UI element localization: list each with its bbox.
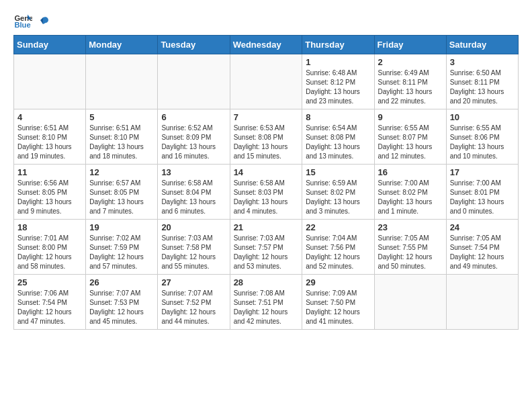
day-info: Sunrise: 7:07 AM Sunset: 7:52 PM Dayligh… [161, 289, 226, 326]
weekday-header: Monday [86, 36, 158, 54]
calendar-cell: 6Sunrise: 6:52 AM Sunset: 8:09 PM Daylig… [158, 109, 230, 165]
calendar-cell: 2Sunrise: 6:49 AM Sunset: 8:11 PM Daylig… [374, 54, 446, 109]
day-number: 11 [17, 167, 82, 177]
day-info: Sunrise: 7:03 AM Sunset: 7:58 PM Dayligh… [161, 234, 226, 271]
day-number: 19 [89, 222, 154, 232]
day-number: 8 [306, 112, 370, 122]
calendar-cell [14, 54, 86, 109]
day-info: Sunrise: 6:59 AM Sunset: 8:02 PM Dayligh… [306, 179, 370, 216]
day-number: 15 [306, 167, 370, 177]
day-number: 20 [161, 222, 226, 232]
day-number: 14 [234, 167, 299, 177]
day-info: Sunrise: 7:08 AM Sunset: 7:51 PM Dayligh… [234, 289, 299, 326]
calendar-week-row: 4Sunrise: 6:51 AM Sunset: 8:10 PM Daylig… [14, 109, 519, 165]
calendar-cell: 16Sunrise: 7:00 AM Sunset: 8:02 PM Dayli… [374, 165, 446, 220]
day-info: Sunrise: 7:03 AM Sunset: 7:57 PM Dayligh… [234, 234, 299, 271]
day-info: Sunrise: 7:04 AM Sunset: 7:56 PM Dayligh… [306, 234, 370, 271]
calendar-cell: 22Sunrise: 7:04 AM Sunset: 7:56 PM Dayli… [302, 220, 374, 275]
weekday-header: Wednesday [230, 36, 302, 54]
calendar-cell: 25Sunrise: 7:06 AM Sunset: 7:54 PM Dayli… [14, 275, 86, 330]
calendar-cell: 3Sunrise: 6:50 AM Sunset: 8:11 PM Daylig… [446, 54, 518, 109]
calendar-cell: 11Sunrise: 6:56 AM Sunset: 8:05 PM Dayli… [14, 165, 86, 220]
calendar-table: SundayMondayTuesdayWednesdayThursdayFrid… [13, 35, 519, 330]
day-number: 22 [306, 222, 370, 232]
day-info: Sunrise: 6:51 AM Sunset: 8:10 PM Dayligh… [17, 124, 82, 161]
calendar-cell: 10Sunrise: 6:55 AM Sunset: 8:06 PM Dayli… [446, 109, 518, 165]
day-info: Sunrise: 6:58 AM Sunset: 8:04 PM Dayligh… [161, 179, 226, 216]
logo: General Blue [13, 11, 50, 30]
day-number: 21 [234, 222, 299, 232]
day-info: Sunrise: 7:05 AM Sunset: 7:55 PM Dayligh… [378, 234, 443, 271]
calendar-cell: 5Sunrise: 6:51 AM Sunset: 8:10 PM Daylig… [86, 109, 158, 165]
calendar-cell [446, 275, 518, 330]
day-info: Sunrise: 7:06 AM Sunset: 7:54 PM Dayligh… [17, 289, 82, 326]
day-number: 4 [17, 112, 82, 122]
logo-icon: General Blue [13, 11, 32, 30]
day-number: 2 [378, 57, 443, 67]
day-info: Sunrise: 7:02 AM Sunset: 7:59 PM Dayligh… [89, 234, 154, 271]
day-number: 26 [89, 277, 154, 287]
day-number: 3 [450, 57, 515, 67]
day-number: 7 [234, 112, 299, 122]
calendar-cell [374, 275, 446, 330]
calendar-cell: 29Sunrise: 7:09 AM Sunset: 7:50 PM Dayli… [302, 275, 374, 330]
day-number: 23 [378, 222, 443, 232]
calendar-week-row: 11Sunrise: 6:56 AM Sunset: 8:05 PM Dayli… [14, 165, 519, 220]
day-info: Sunrise: 6:55 AM Sunset: 8:06 PM Dayligh… [450, 124, 515, 161]
svg-text:Blue: Blue [14, 21, 30, 29]
day-number: 9 [378, 112, 443, 122]
calendar-cell [86, 54, 158, 109]
day-info: Sunrise: 6:52 AM Sunset: 8:09 PM Dayligh… [161, 124, 226, 161]
calendar-header-row: SundayMondayTuesdayWednesdayThursdayFrid… [14, 36, 519, 54]
day-number: 28 [234, 277, 299, 287]
day-number: 18 [17, 222, 82, 232]
calendar-cell: 18Sunrise: 7:01 AM Sunset: 8:00 PM Dayli… [14, 220, 86, 275]
day-info: Sunrise: 7:00 AM Sunset: 8:02 PM Dayligh… [378, 179, 443, 216]
day-number: 29 [306, 277, 370, 287]
day-info: Sunrise: 7:07 AM Sunset: 7:53 PM Dayligh… [89, 289, 154, 326]
day-number: 25 [17, 277, 82, 287]
day-info: Sunrise: 6:48 AM Sunset: 8:12 PM Dayligh… [306, 68, 370, 106]
calendar-week-row: 1Sunrise: 6:48 AM Sunset: 8:12 PM Daylig… [14, 54, 519, 109]
calendar-week-row: 25Sunrise: 7:06 AM Sunset: 7:54 PM Dayli… [14, 275, 519, 330]
calendar-cell: 1Sunrise: 6:48 AM Sunset: 8:12 PM Daylig… [302, 54, 374, 109]
day-number: 1 [306, 57, 370, 67]
calendar-cell: 4Sunrise: 6:51 AM Sunset: 8:10 PM Daylig… [14, 109, 86, 165]
day-info: Sunrise: 6:50 AM Sunset: 8:11 PM Dayligh… [450, 68, 515, 106]
day-number: 6 [161, 112, 226, 122]
calendar-week-row: 18Sunrise: 7:01 AM Sunset: 8:00 PM Dayli… [14, 220, 519, 275]
calendar-cell: 23Sunrise: 7:05 AM Sunset: 7:55 PM Dayli… [374, 220, 446, 275]
header: General Blue [13, 11, 519, 30]
weekday-header: Tuesday [158, 36, 230, 54]
day-number: 24 [450, 222, 515, 232]
calendar-cell: 21Sunrise: 7:03 AM Sunset: 7:57 PM Dayli… [230, 220, 302, 275]
day-number: 27 [161, 277, 226, 287]
day-info: Sunrise: 6:58 AM Sunset: 8:03 PM Dayligh… [234, 179, 299, 216]
calendar-cell: 15Sunrise: 6:59 AM Sunset: 8:02 PM Dayli… [302, 165, 374, 220]
calendar-cell: 24Sunrise: 7:05 AM Sunset: 7:54 PM Dayli… [446, 220, 518, 275]
day-info: Sunrise: 6:53 AM Sunset: 8:08 PM Dayligh… [234, 124, 299, 161]
day-info: Sunrise: 7:09 AM Sunset: 7:50 PM Dayligh… [306, 289, 370, 326]
day-number: 10 [450, 112, 515, 122]
calendar-cell: 13Sunrise: 6:58 AM Sunset: 8:04 PM Dayli… [158, 165, 230, 220]
day-info: Sunrise: 6:51 AM Sunset: 8:10 PM Dayligh… [89, 124, 154, 161]
weekday-header: Sunday [14, 36, 86, 54]
day-info: Sunrise: 6:54 AM Sunset: 8:08 PM Dayligh… [306, 124, 370, 161]
calendar-cell: 7Sunrise: 6:53 AM Sunset: 8:08 PM Daylig… [230, 109, 302, 165]
day-number: 17 [450, 167, 515, 177]
day-info: Sunrise: 7:00 AM Sunset: 8:01 PM Dayligh… [450, 179, 515, 216]
day-info: Sunrise: 7:05 AM Sunset: 7:54 PM Dayligh… [450, 234, 515, 271]
day-number: 16 [378, 167, 443, 177]
calendar-cell: 9Sunrise: 6:55 AM Sunset: 8:07 PM Daylig… [374, 109, 446, 165]
calendar-cell: 14Sunrise: 6:58 AM Sunset: 8:03 PM Dayli… [230, 165, 302, 220]
day-info: Sunrise: 6:56 AM Sunset: 8:05 PM Dayligh… [17, 179, 82, 216]
weekday-header: Thursday [302, 36, 374, 54]
calendar-cell: 27Sunrise: 7:07 AM Sunset: 7:52 PM Dayli… [158, 275, 230, 330]
day-number: 5 [89, 112, 154, 122]
day-info: Sunrise: 7:01 AM Sunset: 8:00 PM Dayligh… [17, 234, 82, 271]
calendar-cell: 26Sunrise: 7:07 AM Sunset: 7:53 PM Dayli… [86, 275, 158, 330]
calendar-cell: 12Sunrise: 6:57 AM Sunset: 8:05 PM Dayli… [86, 165, 158, 220]
weekday-header: Friday [374, 36, 446, 54]
calendar-cell: 19Sunrise: 7:02 AM Sunset: 7:59 PM Dayli… [86, 220, 158, 275]
weekday-header: Saturday [446, 36, 518, 54]
